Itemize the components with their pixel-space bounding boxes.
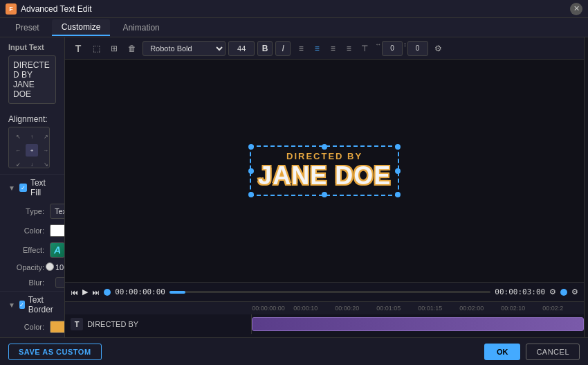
play-btn[interactable]: ▶ <box>82 287 88 296</box>
more-btn[interactable]: ⚙ <box>571 287 578 296</box>
transform-tool-btn[interactable]: ⬚ <box>89 41 104 56</box>
ruler-mark-1: 00:00:10 <box>293 305 335 312</box>
preview-title-box[interactable]: DIRECTED BY JANE DOE <box>258 151 391 190</box>
border-color-label: Color: <box>8 323 44 331</box>
bottom-right-btns: OK CANCEL <box>484 344 580 360</box>
rewind-btn[interactable]: ⏮ <box>71 288 78 296</box>
border-color-row: Color: ▾ <box>0 318 64 336</box>
align-middle-center[interactable]: + <box>26 144 38 157</box>
timeline-bar-area <box>169 291 490 293</box>
align-middle-right[interactable]: → <box>39 144 52 157</box>
color-swatch[interactable] <box>50 224 65 237</box>
preview-area: T ⬚ ⊞ 🗑 Roboto Bold B I ≡ ≡ ≡ ≡ ⊤ ↔ ↕ <box>65 37 584 337</box>
text-fill-checkbox[interactable]: ✓ <box>19 184 27 192</box>
font-select[interactable]: Roboto Bold <box>143 41 226 56</box>
ok-button[interactable]: OK <box>484 344 521 360</box>
left-panel: Input Text DIRECTED BY JANE DOE Alignmen… <box>0 37 65 337</box>
close-button[interactable]: ✕ <box>570 3 582 15</box>
type-select[interactable]: Text Fill <box>50 204 65 219</box>
timeline-progress[interactable] <box>169 291 490 293</box>
text-toolbar: T ⬚ ⊞ 🗑 Roboto Bold B I ≡ ≡ ≡ ≡ ⊤ ↔ ↕ <box>65 37 584 60</box>
preview-canvas: DIRECTED BY JANE DOE <box>65 60 584 282</box>
align-top-right[interactable]: ↗ <box>39 130 52 143</box>
track-clip[interactable] <box>252 317 584 331</box>
app-logo: F <box>6 3 17 15</box>
color-picker: ▾ <box>50 224 65 237</box>
border-color-picker: ▾ <box>50 321 65 333</box>
opacity-label: Opacity: <box>8 263 44 271</box>
handle-middle-left[interactable] <box>248 168 254 174</box>
window-title: Advanced Text Edit <box>21 4 92 14</box>
ruler-mark-4: 00:01:15 <box>418 305 459 312</box>
crop-tool-btn[interactable]: ⊞ <box>107 41 122 56</box>
italic-btn[interactable]: I <box>275 41 291 56</box>
opacity-value: 100% <box>55 263 65 271</box>
align-group: ≡ ≡ ≡ ≡ ⊤ <box>293 41 372 56</box>
settings-btn[interactable]: ⚙ <box>549 287 556 296</box>
text-border-header[interactable]: ▼ ✓ Text Border <box>0 291 64 318</box>
forward-btn[interactable]: ⏭ <box>92 288 100 296</box>
input-section: Input Text DIRECTED BY JANE DOE <box>0 37 64 112</box>
timeline-controls: ⏮ ▶ ⏭ 00:00:00:00 00:00:03:00 ⚙ ⚙ <box>65 283 584 302</box>
delete-tool-btn[interactable]: 🗑 <box>125 41 140 56</box>
border-color-swatch[interactable] <box>50 321 65 333</box>
handle-bottom-right[interactable] <box>395 192 401 197</box>
ruler-mark-0: 00:00:00:00 <box>252 305 293 312</box>
text-border-checkbox[interactable]: ✓ <box>19 301 25 309</box>
input-section-title: Input Text <box>8 43 56 51</box>
align-center-btn[interactable]: ≡ <box>309 41 324 56</box>
handle-top-right[interactable] <box>395 144 401 150</box>
handle-bottom-center[interactable] <box>322 192 327 197</box>
timeline-track: T DIRECTED BY <box>65 314 584 334</box>
ruler-mark-5: 00:02:00 <box>459 305 501 312</box>
text-input[interactable]: DIRECTED BY JANE DOE <box>8 55 56 104</box>
time-current: 00:00:00:00 <box>115 287 165 296</box>
align-right-btn[interactable]: ≡ <box>325 41 340 56</box>
tab-preset[interactable]: Preset <box>6 20 49 35</box>
alignment-section: Alignment: ↖ ↑ ↗ ← + → ↙ ↓ ↘ <box>0 112 64 174</box>
text-tool-btn[interactable]: T <box>71 41 86 56</box>
align-left-btn[interactable]: ≡ <box>293 41 309 56</box>
text-fill-label: ✓ Text Fill <box>19 178 56 197</box>
font-size-input[interactable] <box>228 41 255 56</box>
handle-middle-right[interactable] <box>395 168 401 174</box>
line-spacing-input[interactable] <box>407 41 428 56</box>
title-bar-left: F Advanced Text Edit <box>6 3 92 15</box>
align-bottom-center[interactable]: ↓ <box>26 158 38 170</box>
more-options-btn[interactable]: ⚙ <box>431 41 446 56</box>
tab-customize[interactable]: Customize <box>52 19 111 36</box>
handle-top-left[interactable] <box>248 144 254 150</box>
track-content[interactable] <box>252 314 584 334</box>
text-fill-header[interactable]: ▼ ✓ Text Fill <box>0 174 64 201</box>
text-border-label: ✓ Text Border <box>19 295 56 314</box>
align-top-btn[interactable]: ⊤ <box>357 41 372 56</box>
align-bottom-right[interactable]: ↘ <box>39 158 52 170</box>
alignment-grid: ↖ ↑ ↗ ← + → ↙ ↓ ↘ <box>8 127 50 168</box>
align-bottom-left[interactable]: ↙ <box>12 158 24 170</box>
blur-input[interactable] <box>55 277 65 288</box>
letter-spacing-input[interactable] <box>382 41 403 56</box>
ruler-marks: 00:00:00:00 00:00:10 00:00:20 00:01:05 0… <box>65 305 584 312</box>
blur-row: Blur: <box>0 274 64 291</box>
align-middle-left[interactable]: ← <box>12 144 24 157</box>
effect-swatch[interactable]: A <box>50 242 65 258</box>
ruler-mark-6: 00:02:10 <box>501 305 542 312</box>
cancel-button[interactable]: CANCEL <box>526 344 580 360</box>
ruler-mark-7: 00:02:2 <box>542 305 584 312</box>
align-top-left[interactable]: ↖ <box>12 130 24 143</box>
handle-top-center[interactable] <box>322 144 327 150</box>
playhead-dot <box>104 289 111 296</box>
align-justify-btn[interactable]: ≡ <box>341 41 356 56</box>
tab-animation[interactable]: Animation <box>113 20 169 35</box>
align-top-center[interactable]: ↑ <box>26 130 38 143</box>
main-layout: Input Text DIRECTED BY JANE DOE Alignmen… <box>0 37 588 337</box>
blur-label: Blur: <box>8 278 44 287</box>
bold-btn[interactable]: B <box>257 41 273 56</box>
time-total: 00:00:03:00 <box>495 287 545 296</box>
save-custom-button[interactable]: SAVE AS CUSTOM <box>8 344 102 360</box>
title-bar: F Advanced Text Edit ✕ <box>0 0 588 18</box>
handle-bottom-left[interactable] <box>248 192 254 197</box>
spacing-group: ↔ ↕ <box>375 41 428 56</box>
text-border-chevron: ▼ <box>8 301 15 309</box>
opacity-thumb[interactable] <box>46 262 54 271</box>
